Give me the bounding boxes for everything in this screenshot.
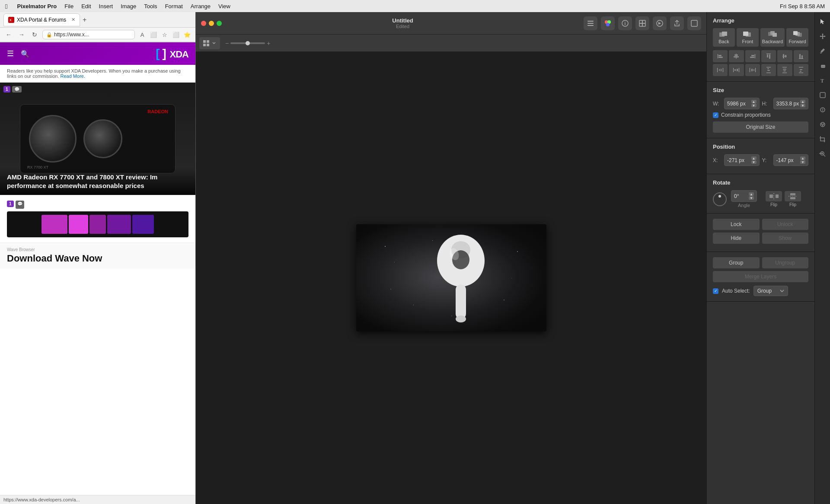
back-btn-arrange[interactable]: Back xyxy=(713,28,735,47)
back-btn[interactable]: ← xyxy=(3,29,14,40)
edge-color-tool[interactable] xyxy=(817,118,829,131)
pm-share-btn[interactable] xyxy=(670,16,684,30)
distribute-right-btn[interactable] xyxy=(745,64,760,76)
menu-edit[interactable]: Edit xyxy=(81,3,91,10)
unlock-btn[interactable]: Unlock xyxy=(762,219,809,230)
x-stepper[interactable]: ▲ ▼ xyxy=(751,156,757,164)
menu-app[interactable]: Pixelmator Pro xyxy=(17,3,57,10)
angle-input[interactable]: 0° ▲ ▼ xyxy=(731,190,757,202)
forward-btn-arrange[interactable]: Forward xyxy=(786,28,808,47)
browser-tab[interactable]: X XDA Portal & Forums ✕ xyxy=(3,13,80,26)
lock-btn[interactable]: Lock xyxy=(713,219,760,230)
tab-overview-icon[interactable]: ⬜ xyxy=(171,30,181,39)
zoom-thumb[interactable] xyxy=(246,41,250,45)
edge-paint-tool[interactable] xyxy=(817,45,829,57)
edge-effects-tool[interactable] xyxy=(817,104,829,116)
pm-layers-btn[interactable] xyxy=(584,16,597,30)
pm-view-btn[interactable] xyxy=(687,16,701,30)
forward-btn[interactable]: → xyxy=(16,29,27,40)
edge-zoom-tool[interactable] xyxy=(817,148,829,160)
menu-arrange[interactable]: Arrange xyxy=(191,3,211,10)
width-stepper[interactable]: ▲ ▼ xyxy=(751,100,757,107)
edge-cursor-tool[interactable] xyxy=(817,16,829,28)
pm-arrange-btn[interactable] xyxy=(635,16,649,30)
height-input[interactable]: 3353.8 px ▲ ▼ xyxy=(773,98,809,109)
align-center-h-btn[interactable] xyxy=(729,50,744,62)
search-icon[interactable]: 🔍 xyxy=(21,50,29,58)
x-input[interactable]: -271 px ▲ ▼ xyxy=(724,154,760,166)
edge-shape-tool[interactable] xyxy=(817,89,829,101)
edge-move-tool[interactable] xyxy=(817,30,829,42)
address-bar[interactable]: 🔒 https://www.x... xyxy=(42,30,135,39)
read-more-link[interactable]: Read More. xyxy=(61,73,85,79)
width-down-btn[interactable]: ▼ xyxy=(751,104,757,107)
extensions-icon[interactable]: ⭐ xyxy=(182,30,192,39)
align-left-btn[interactable] xyxy=(713,50,728,62)
auto-select-dropdown[interactable]: Group xyxy=(753,286,788,296)
constrain-checkbox[interactable]: ✓ xyxy=(713,112,718,118)
reload-btn[interactable]: ↻ xyxy=(29,29,40,40)
y-up-btn[interactable]: ▲ xyxy=(800,156,805,160)
pm-info-btn[interactable]: i xyxy=(618,16,632,30)
toolbar-layout-btn[interactable] xyxy=(199,37,220,49)
distribute-bottom-btn[interactable] xyxy=(794,64,808,76)
menu-view[interactable]: View xyxy=(218,3,230,10)
width-input[interactable]: 5986 px ▲ ▼ xyxy=(724,98,760,109)
angle-dial[interactable] xyxy=(713,192,727,206)
front-btn[interactable]: Front xyxy=(737,28,759,47)
x-down-btn[interactable]: ▼ xyxy=(751,160,757,164)
distribute-middle-btn[interactable] xyxy=(777,64,792,76)
group-btn[interactable]: Group xyxy=(713,257,760,268)
original-size-btn[interactable]: Original Size xyxy=(713,121,808,133)
pm-colors-btn[interactable] xyxy=(601,16,615,30)
angle-down-btn[interactable]: ▼ xyxy=(749,196,754,200)
distribute-center-h-btn[interactable] xyxy=(729,64,744,76)
show-btn[interactable]: Show xyxy=(762,233,809,244)
hide-btn[interactable]: Hide xyxy=(713,233,760,244)
pm-fullscreen-btn[interactable] xyxy=(217,21,222,26)
ungroup-btn[interactable]: Ungroup xyxy=(762,257,809,268)
distribute-left-btn[interactable] xyxy=(713,64,728,76)
backward-btn[interactable]: Backward xyxy=(760,28,785,47)
hamburger-icon[interactable]: ☰ xyxy=(7,49,14,58)
pm-minimize-btn[interactable] xyxy=(209,21,214,26)
flip-h-btn[interactable] xyxy=(766,191,782,201)
x-up-btn[interactable]: ▲ xyxy=(751,156,757,160)
align-right-btn[interactable] xyxy=(745,50,760,62)
auto-select-checkbox[interactable]: ✓ xyxy=(713,288,718,294)
bookmark-btn[interactable]: ⬜ xyxy=(149,30,158,39)
menu-image[interactable]: Image xyxy=(121,3,136,10)
y-down-btn[interactable]: ▼ xyxy=(800,160,805,164)
height-stepper[interactable]: ▲ ▼ xyxy=(800,100,805,107)
align-middle-v-btn[interactable] xyxy=(777,50,792,62)
edge-text-tool[interactable]: T xyxy=(817,74,829,86)
width-up-btn[interactable]: ▲ xyxy=(751,100,757,103)
edge-eraser-tool[interactable] xyxy=(817,60,829,72)
edge-crop-tool[interactable] xyxy=(817,133,829,145)
menu-format[interactable]: Format xyxy=(165,3,183,10)
align-bottom-btn[interactable] xyxy=(794,50,808,62)
reader-icon[interactable]: A xyxy=(137,30,147,39)
height-down-btn[interactable]: ▼ xyxy=(800,104,805,107)
pm-format-btn[interactable] xyxy=(653,16,667,30)
add-bookmark-icon[interactable]: ☆ xyxy=(160,30,169,39)
merge-layers-btn[interactable]: Merge Layers xyxy=(713,271,808,282)
y-input[interactable]: -147 px ▲ ▼ xyxy=(773,154,809,166)
angle-up-btn[interactable]: ▲ xyxy=(749,192,754,196)
y-stepper[interactable]: ▲ ▼ xyxy=(800,156,805,164)
zoom-plus-icon[interactable]: + xyxy=(267,40,270,47)
zoom-slider[interactable]: − + xyxy=(225,40,270,47)
zoom-minus-icon[interactable]: − xyxy=(225,40,229,47)
distribute-top-btn[interactable] xyxy=(761,64,776,76)
apple-menu[interactable]:  xyxy=(5,3,7,10)
align-top-btn[interactable] xyxy=(761,50,776,62)
new-tab-btn[interactable]: + xyxy=(83,16,86,24)
flip-v-btn[interactable] xyxy=(785,191,801,201)
tab-close-btn[interactable]: ✕ xyxy=(71,17,75,22)
pm-close-btn[interactable] xyxy=(201,21,206,26)
height-up-btn[interactable]: ▲ xyxy=(800,100,805,103)
menu-tools[interactable]: Tools xyxy=(144,3,157,10)
menu-file[interactable]: File xyxy=(64,3,73,10)
canvas-image[interactable] xyxy=(356,224,546,332)
angle-stepper[interactable]: ▲ ▼ xyxy=(749,192,754,200)
